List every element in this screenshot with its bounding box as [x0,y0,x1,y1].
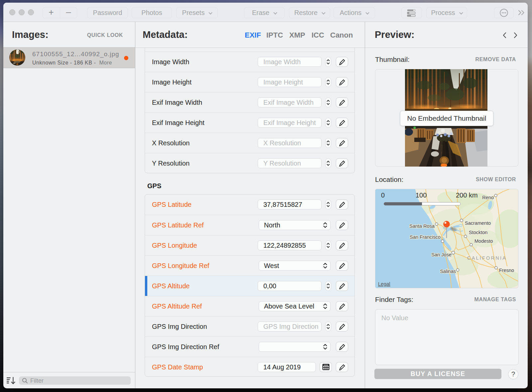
svg-text:Modesto: Modesto [474,238,493,244]
svg-text:Sacramento: Sacramento [465,220,491,226]
svg-text:Stockton: Stockton [469,230,487,235]
svg-text:Legal: Legal [378,281,390,287]
svg-text:200 km: 200 km [456,192,478,199]
svg-text:San Francisco: San Francisco [410,234,441,240]
svg-text:Reno: Reno [482,195,494,200]
svg-text:Santa Rosa: Santa Rosa [409,223,435,229]
svg-text:CALIFORNIA: CALIFORNIA [467,255,507,261]
svg-text:100: 100 [416,192,427,199]
svg-text:San Jose: San Jose [432,252,452,257]
svg-text:Salinas: Salinas [440,269,456,274]
svg-text:Fresno: Fresno [499,268,514,273]
svg-text:0: 0 [381,192,385,199]
